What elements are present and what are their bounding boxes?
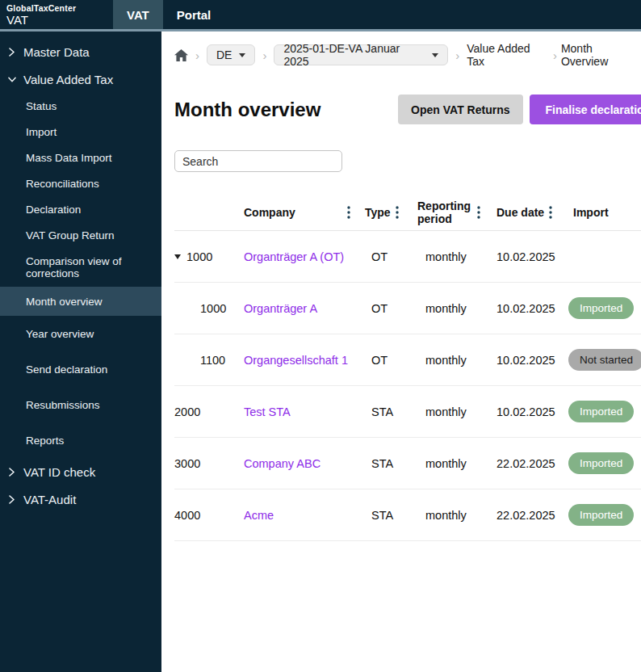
open-vat-returns-button[interactable]: Open VAT Returns (398, 94, 522, 124)
reporting-period-cell: monthly (417, 250, 496, 263)
sidebar-item-comparison-view[interactable]: Comparison view of corrections (0, 248, 161, 287)
sidebar-item-reconciliations[interactable]: Reconciliations (0, 170, 161, 196)
sidebar-item-vat-group-return[interactable]: VAT Group Return (0, 222, 161, 248)
sidebar-item-reports[interactable]: Reports (0, 422, 161, 458)
sidebar-item-label: VAT-Audit (23, 493, 76, 506)
table-row: 2000 Test STA STA monthly 10.02.2025 Imp… (174, 386, 641, 438)
sidebar-item-import[interactable]: Import (0, 119, 161, 145)
column-header-type[interactable]: Type (365, 206, 417, 219)
company-link[interactable]: Organträger A (OT) (244, 250, 365, 263)
breadcrumb-separator: › (553, 49, 557, 61)
status-badge-imported: Imported (568, 452, 634, 474)
period-dropdown[interactable]: 2025-01-DE-VA Januar 2025 (274, 44, 448, 65)
import-status-cell: Imported (568, 297, 641, 319)
finalise-declarations-button[interactable]: Finalise declarations (530, 94, 641, 124)
due-date-cell: 22.02.2025 (496, 457, 568, 470)
caret-down-icon (239, 53, 245, 57)
table-row: 4000 Acme STA monthly 22.02.2025 Importe… (174, 489, 641, 541)
breadcrumb-separator: › (262, 49, 266, 61)
breadcrumb-separator: › (195, 49, 199, 61)
table-row: 1000 Organträger A OT monthly 10.02.2025… (174, 283, 641, 334)
sidebar-item-master-data[interactable]: Master Data (0, 38, 161, 65)
import-status-cell: Imported (568, 452, 641, 474)
column-menu-icon[interactable] (347, 206, 350, 219)
status-badge-imported: Imported (568, 297, 634, 319)
main-content: › DE › 2025-01-DE-VA Januar 2025 › Value… (161, 32, 641, 672)
due-date-cell: 10.02.2025 (496, 405, 568, 418)
import-status-cell: Imported (568, 504, 641, 526)
column-header-company[interactable]: Company (244, 206, 365, 219)
logo-text-vat: VAT (6, 13, 113, 27)
sidebar-item-declaration[interactable]: Declaration (0, 196, 161, 222)
type-cell: OT (365, 250, 417, 263)
reporting-period-cell: monthly (417, 509, 496, 522)
company-code-cell: 1100 (174, 354, 244, 367)
chevron-down-icon (8, 75, 16, 83)
search-input[interactable] (174, 150, 342, 172)
reporting-period-cell: monthly (417, 354, 496, 367)
company-code-cell: 2000 (174, 405, 244, 418)
top-bar: GlobalTaxCenter VAT VAT Portal (0, 0, 641, 32)
sidebar-item-mass-data-import[interactable]: Mass Data Import (0, 145, 161, 170)
home-icon[interactable] (174, 49, 188, 61)
app-logo: GlobalTaxCenter VAT (0, 0, 113, 29)
sidebar-item-label: Value Added Tax (23, 73, 113, 86)
type-cell: STA (365, 405, 417, 418)
column-header-due-date[interactable]: Due date (496, 206, 568, 219)
chevron-right-icon (8, 495, 16, 503)
reporting-period-cell: monthly (417, 457, 496, 470)
sidebar-item-month-overview[interactable]: Month overview (0, 287, 161, 316)
table-row: 1100 Organgesellschaft 1 OT monthly 10.0… (174, 334, 641, 386)
tab-portal[interactable]: Portal (163, 0, 225, 29)
page-title: Month overview (174, 99, 398, 121)
company-link[interactable]: Company ABC (244, 457, 365, 470)
company-link[interactable]: Organgesellschaft 1 (244, 354, 365, 367)
column-header-import[interactable]: Import (568, 206, 641, 219)
collapse-group-icon[interactable] (174, 254, 181, 259)
column-menu-icon[interactable] (477, 206, 480, 219)
month-overview-table: Company Type Reporting period Due date I… (174, 194, 641, 541)
table-row: 1000 Organträger A (OT) OT monthly 10.02… (174, 231, 641, 283)
sidebar-item-year-overview[interactable]: Year overview (0, 316, 161, 351)
company-code-cell: 1000 (174, 250, 244, 263)
status-badge-not-started: Not started (568, 349, 641, 371)
tab-vat[interactable]: VAT (113, 0, 163, 29)
breadcrumb: › DE › 2025-01-DE-VA Januar 2025 › Value… (174, 44, 641, 65)
due-date-cell: 10.02.2025 (496, 250, 568, 263)
reporting-period-cell: monthly (417, 405, 496, 418)
company-link[interactable]: Test STA (244, 405, 365, 418)
due-date-cell: 10.02.2025 (496, 354, 568, 367)
sidebar-item-send-declaration[interactable]: Send declaration (0, 351, 161, 387)
column-header-reporting-period[interactable]: Reporting period (417, 200, 496, 225)
column-menu-icon[interactable] (549, 206, 552, 219)
logo-text-globaltaxcenter: GlobalTaxCenter (6, 3, 113, 13)
table-header-row: Company Type Reporting period Due date I… (174, 194, 641, 231)
status-badge-imported: Imported (568, 504, 634, 526)
type-cell: OT (365, 302, 417, 315)
sidebar-item-value-added-tax[interactable]: Value Added Tax (0, 65, 161, 93)
company-code-cell: 1000 (174, 302, 244, 315)
type-cell: STA (365, 457, 417, 470)
sidebar-item-vat-audit[interactable]: VAT-Audit (0, 485, 161, 513)
period-dropdown-value: 2025-01-DE-VA Januar 2025 (283, 42, 425, 68)
column-menu-icon[interactable] (396, 206, 399, 219)
breadcrumb-separator: › (455, 49, 459, 61)
sidebar-item-label: VAT ID check (23, 465, 95, 479)
sidebar-nav: Master Data Value Added Tax Status Impor… (0, 32, 161, 672)
chevron-right-icon (8, 48, 16, 56)
country-dropdown[interactable]: DE (207, 44, 255, 65)
breadcrumb-section[interactable]: Value Added Tax (467, 42, 549, 68)
sidebar-item-vat-id-check[interactable]: VAT ID check (0, 458, 161, 485)
sidebar-item-label: Master Data (23, 45, 90, 59)
country-dropdown-value: DE (216, 48, 232, 61)
reporting-period-cell: monthly (417, 302, 496, 315)
chevron-right-icon (8, 468, 16, 476)
caret-down-icon (432, 53, 438, 57)
company-link[interactable]: Organträger A (244, 302, 365, 315)
company-link[interactable]: Acme (244, 509, 365, 522)
sidebar-item-resubmissions[interactable]: Resubmissions (0, 387, 161, 422)
sidebar-item-status[interactable]: Status (0, 93, 161, 119)
due-date-cell: 22.02.2025 (496, 509, 568, 522)
import-status-cell: Imported (568, 401, 641, 422)
table-row: 3000 Company ABC STA monthly 22.02.2025 … (174, 438, 641, 489)
